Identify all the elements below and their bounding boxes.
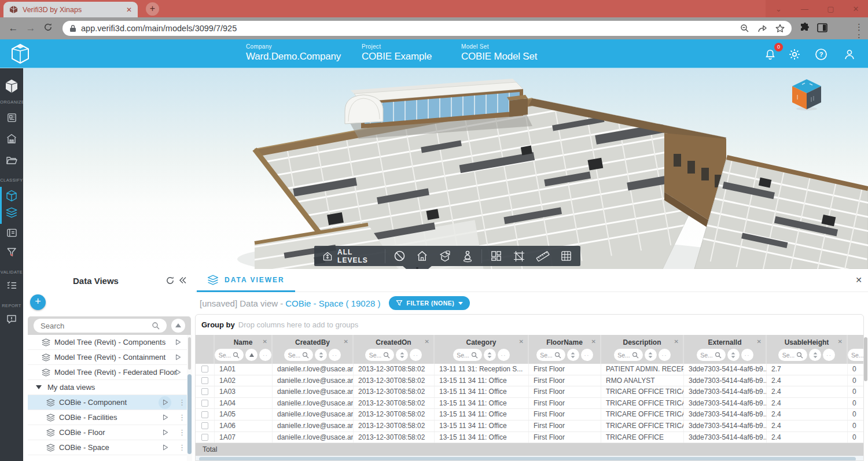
data-views-item[interactable]: COBie - Floor⋮	[28, 425, 187, 440]
column-header-createdby[interactable]: CreatedBy✕Se...··	[273, 335, 354, 364]
settings-button[interactable]	[786, 46, 803, 63]
apply-view-button[interactable]	[171, 336, 184, 349]
column-header-name[interactable]: Name✕Se...··	[215, 335, 273, 364]
column-search-input[interactable]: Se...	[365, 349, 394, 361]
view-menu-button[interactable]: ⋮	[178, 428, 184, 437]
column-search-input[interactable]: Se...	[453, 349, 482, 361]
sidebar-item-data-views[interactable]	[5, 205, 19, 219]
row-checkbox[interactable]	[201, 422, 208, 429]
column-sort-button[interactable]	[727, 349, 740, 361]
apply-view-button[interactable]	[159, 426, 171, 439]
row-checkbox[interactable]	[201, 400, 208, 407]
data-views-search[interactable]	[34, 319, 167, 333]
column-search-input[interactable]: Se...	[848, 349, 863, 361]
column-menu-button[interactable]: ··	[498, 349, 510, 361]
hide-button[interactable]	[393, 250, 406, 262]
sidebar-item-checks[interactable]	[5, 278, 19, 292]
home-view-button[interactable]	[416, 250, 428, 262]
verifi3d-logo[interactable]	[10, 43, 30, 67]
apply-view-button[interactable]	[171, 366, 184, 379]
side-panel-icon[interactable]	[816, 22, 828, 34]
sidebar-item-files[interactable]	[5, 153, 19, 167]
column-header-createdon[interactable]: CreatedOn✕Se...··	[354, 335, 435, 364]
column-search-input[interactable]: Se...	[778, 349, 807, 361]
column-search-input[interactable]: Se...	[215, 349, 244, 361]
share-icon[interactable]	[757, 24, 767, 33]
row-checkbox[interactable]	[201, 377, 208, 384]
data-views-scrollbar[interactable]	[187, 335, 192, 461]
extensions-icon[interactable]	[799, 22, 811, 34]
zoom-out-icon[interactable]	[740, 24, 749, 33]
sidebar-item-issues[interactable]	[5, 312, 19, 326]
levels-button[interactable]: ALL LEVELS	[314, 248, 385, 264]
column-menu-button[interactable]: ··	[581, 349, 593, 361]
window-minimize-button[interactable]: —	[792, 0, 818, 17]
table-row[interactable]: 1A05danielle.r.love@usace.arm...2013-12-…	[196, 409, 863, 421]
sidebar-item-classify[interactable]	[5, 189, 19, 202]
reload-button[interactable]	[39, 23, 57, 35]
remove-column-icon[interactable]: ✕	[838, 338, 843, 345]
column-sort-button[interactable]	[484, 349, 496, 361]
new-tab-button[interactable]: +	[146, 2, 159, 16]
sidebar-item-filters[interactable]	[5, 245, 19, 259]
close-panel-icon[interactable]: ✕	[855, 275, 862, 285]
bookmark-star-icon[interactable]	[775, 24, 785, 33]
filter-button[interactable]: FILTER (NONE)	[389, 296, 470, 310]
viewport-3d[interactable]: ALL LEVELS	[23, 68, 868, 269]
column-header-description[interactable]: Description✕Se...··	[601, 335, 684, 364]
apply-view-button[interactable]	[171, 351, 184, 364]
data-views-item[interactable]: Model Tree (Revit) - Containment	[28, 350, 187, 365]
column-header[interactable]: Se...··	[848, 335, 863, 364]
column-header-floorname[interactable]: FloorName✕Se...··	[529, 335, 601, 364]
notifications-button[interactable]: 0	[762, 46, 779, 63]
data-views-item[interactable]: Model Tree (Revit) - Federated Floor	[28, 365, 187, 380]
column-search-input[interactable]: Se...	[614, 349, 643, 361]
scrollbar-thumb[interactable]	[187, 374, 192, 454]
column-search-input[interactable]: Se...	[536, 349, 565, 361]
tab-data-viewer[interactable]: DATA VIEWER	[197, 269, 295, 292]
view-menu-button[interactable]: ⋮	[178, 443, 184, 452]
window-menu-button[interactable]: ⌄	[766, 0, 792, 17]
split-view-button[interactable]	[490, 250, 502, 262]
account-button[interactable]	[841, 46, 858, 63]
refresh-views-button[interactable]	[165, 276, 175, 287]
column-header-externalid[interactable]: ExternalId✕Se...··	[684, 335, 767, 364]
remove-column-icon[interactable]: ✕	[519, 338, 524, 345]
column-sort-button[interactable]	[396, 349, 408, 361]
apply-view-button[interactable]	[159, 441, 171, 454]
column-sort-button[interactable]	[245, 349, 258, 361]
measure-button[interactable]	[536, 250, 550, 263]
column-search-input[interactable]: Se...	[697, 349, 726, 361]
data-views-group[interactable]: My data views	[28, 380, 187, 395]
caret-down-icon[interactable]	[36, 385, 42, 390]
view-name-link[interactable]: COBie - Space ( 19028 )	[285, 298, 380, 308]
remove-column-icon[interactable]: ✕	[757, 338, 762, 345]
column-search-input[interactable]: Se...	[284, 349, 313, 361]
navigation-cube[interactable]	[790, 78, 823, 111]
forward-button[interactable]: →	[22, 23, 39, 34]
column-menu-button[interactable]: ··	[259, 349, 271, 361]
tab-close-icon[interactable]: ✕	[126, 6, 132, 14]
first-person-button[interactable]	[462, 250, 473, 263]
table-row[interactable]: 1A04danielle.r.love@usace.arm...2013-12-…	[196, 398, 863, 410]
scrollbar-thumb[interactable]	[199, 457, 856, 461]
back-button[interactable]: ←	[5, 23, 22, 34]
scrollbar-thumb[interactable]	[864, 337, 867, 381]
section-box-button[interactable]	[513, 250, 525, 263]
row-checkbox[interactable]	[201, 366, 208, 373]
url-bar[interactable]: app.verifi3d.com/main/models/3099/7/925	[62, 21, 792, 36]
remove-column-icon[interactable]: ✕	[344, 338, 348, 345]
column-sort-button[interactable]	[645, 349, 657, 361]
help-button[interactable]: ?	[812, 46, 830, 63]
group-by-bar[interactable]: Group by Drop columns here to add to gro…	[196, 315, 863, 335]
table-row[interactable]: 1A07danielle.r.love@usace.arm...2013-12-…	[196, 432, 863, 443]
remove-column-icon[interactable]: ✕	[425, 338, 429, 345]
column-menu-button[interactable]: ··	[741, 349, 753, 361]
row-checkbox[interactable]	[201, 411, 208, 418]
sidebar-item-model-manager[interactable]	[5, 110, 19, 124]
column-menu-button[interactable]: ··	[823, 349, 835, 361]
table-vertical-scrollbar[interactable]	[864, 337, 868, 424]
column-menu-button[interactable]: ··	[410, 349, 422, 361]
data-views-item[interactable]: COBie - Component⋮	[28, 395, 187, 410]
data-views-item[interactable]: Model Tree (Revit) - Components	[28, 335, 187, 350]
